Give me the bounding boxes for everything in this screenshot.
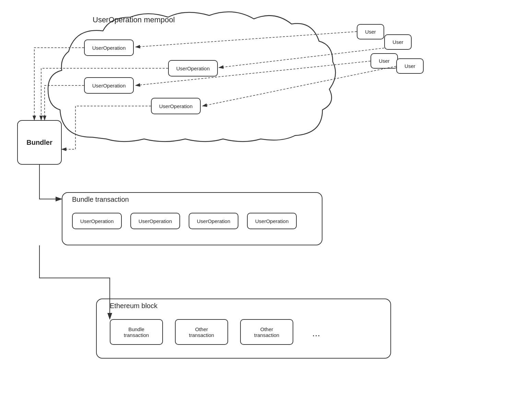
bundle-userop-2: UserOperation [130,213,180,229]
user-operation-4: UserOperation [151,98,201,114]
bundle-transaction-label: Bundle transaction [72,196,129,203]
user-2: User [384,34,412,50]
eth-bundle-transaction: Bundletransaction [110,319,163,345]
bundle-userop-4: UserOperation [247,213,297,229]
bundle-userop-3: UserOperation [189,213,238,229]
user-operation-1: UserOperation [84,39,134,56]
bundler-box: Bundler [17,120,62,165]
mempool-label: UserOperation mempool [93,15,175,24]
bundle-userop-1: UserOperation [72,213,122,229]
eth-other-transaction-1: Othertransaction [175,319,228,345]
eth-other-transaction-2: Othertransaction [240,319,293,345]
user-3: User [370,53,398,69]
user-operation-2: UserOperation [168,60,218,77]
user-1: User [357,24,384,39]
user-4: User [396,58,424,74]
ethereum-block-label: Ethereum block [110,302,157,310]
diagram: UserOperation mempool UserOperation User… [0,0,518,420]
eth-dots: ... [312,328,320,339]
user-operation-3: UserOperation [84,77,134,94]
